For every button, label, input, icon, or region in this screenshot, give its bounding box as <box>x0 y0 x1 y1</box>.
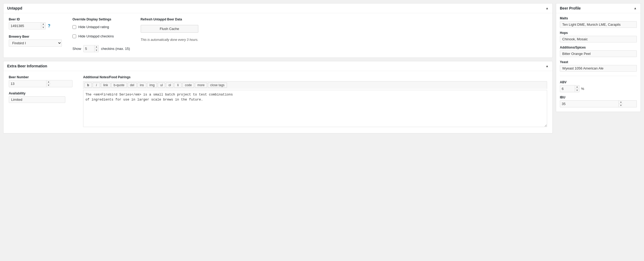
additions-label: Additions/Spices <box>560 46 637 49</box>
beer-number-input[interactable] <box>9 81 46 87</box>
abv-down[interactable]: ▼ <box>575 89 579 92</box>
malts-label: Malts <box>560 16 637 20</box>
beer-number-down[interactable]: ▼ <box>46 84 51 87</box>
beer-id-down[interactable]: ▼ <box>41 26 45 29</box>
hide-rating-checkbox[interactable] <box>72 25 76 29</box>
flush-cache-button[interactable]: Flush Cache <box>141 25 198 33</box>
editor-btn-del[interactable]: del <box>128 82 137 88</box>
untappd-right-col: Refresh Untappd Beer Data Flush Cache Th… <box>141 18 198 42</box>
abv-input[interactable] <box>560 86 575 92</box>
editor-btn-ol[interactable]: ol <box>166 82 173 88</box>
ibu-label: IBU <box>560 95 637 99</box>
untappd-collapse-arrow[interactable]: ▲ <box>546 6 549 10</box>
beer-number-group: Beer Number ▲ ▼ <box>9 75 72 87</box>
extra-beer-panel: Extra Beer Information ▲ Beer Number ▲ ▼ <box>3 61 553 133</box>
beer-number-spinner[interactable]: ▲ ▼ <box>9 80 72 87</box>
editor-btn-more[interactable]: more <box>195 82 207 88</box>
notes-label: Additional Notes/Food Pairings <box>83 75 547 79</box>
editor-btn-code[interactable]: code <box>182 82 194 88</box>
hide-checkins-checkbox[interactable] <box>72 34 76 38</box>
beer-id-spinner[interactable]: ▲ ▼ <box>9 22 46 29</box>
show-number-input[interactable] <box>84 46 94 52</box>
show-spinner-buttons: ▲ ▼ <box>94 45 99 52</box>
sidebar-column: Beer Profile ▲ Malts Hops Additions/Spic… <box>556 3 641 258</box>
ibu-input[interactable] <box>560 101 619 107</box>
beer-id-label: Beer ID <box>9 18 62 21</box>
editor-btn-close-tags[interactable]: close tags <box>208 82 227 88</box>
beer-profile-panel: Beer Profile ▲ Malts Hops Additions/Spic… <box>556 3 641 112</box>
editor-btn-bquote[interactable]: b-quote <box>111 82 127 88</box>
abv-spinner[interactable]: ▲ ▼ <box>560 85 579 92</box>
beer-profile-panel-title: Beer Profile <box>560 6 581 10</box>
beer-profile-panel-body: Malts Hops Additions/Spices Yeast ABV <box>556 13 641 112</box>
show-checkins-row: Show ▲ ▼ checkins (max. 15) <box>72 45 130 52</box>
ibu-spinner-buttons: ▲ ▼ <box>619 101 623 107</box>
availability-input[interactable] <box>9 96 65 103</box>
notes-textarea[interactable]: The <em>Firebird Series</em> is a small … <box>83 90 547 127</box>
beer-id-up[interactable]: ▲ <box>41 23 45 26</box>
show-suffix: checkins (max. 15) <box>101 47 130 51</box>
refresh-label: Refresh Untappd Beer Data <box>141 18 198 21</box>
auto-note: This is automatically done every 3 hours… <box>141 38 198 42</box>
profile-divider <box>560 76 637 76</box>
abv-row: ▲ ▼ % <box>560 85 637 92</box>
show-up[interactable]: ▲ <box>95 45 99 49</box>
hide-checkins-row: Hide Untappd checkins <box>72 34 130 38</box>
show-spinner[interactable]: ▲ ▼ <box>83 45 99 52</box>
availability-group: Availability <box>9 92 72 103</box>
malts-input[interactable] <box>560 21 637 28</box>
beer-id-group: Beer ID ▲ ▼ ? <box>9 18 62 29</box>
extra-beer-left: Beer Number ▲ ▼ Availability <box>9 75 72 128</box>
extra-beer-panel-title: Extra Beer Information <box>7 64 47 68</box>
beer-id-spinner-buttons: ▲ ▼ <box>41 23 45 29</box>
editor-btn-ul[interactable]: ul <box>158 82 165 88</box>
hops-label: Hops <box>560 31 637 35</box>
untappd-middle-col: Override Display Settings Hide Untappd r… <box>72 18 130 52</box>
ibu-field: IBU ▲ ▼ <box>560 95 637 107</box>
yeast-input[interactable] <box>560 65 637 72</box>
extra-beer-right: Additional Notes/Food Pairings b i link … <box>83 75 547 128</box>
hide-rating-label: Hide Untappd rating <box>78 25 109 29</box>
beer-profile-panel-header: Beer Profile ▲ <box>556 3 641 13</box>
abv-field: ABV ▲ ▼ % <box>560 80 637 92</box>
beer-number-spinner-buttons: ▲ ▼ <box>46 80 51 87</box>
extra-beer-panel-body: Beer Number ▲ ▼ Availability Addi <box>3 71 552 133</box>
beer-id-input[interactable] <box>9 23 41 29</box>
extra-beer-collapse-arrow[interactable]: ▲ <box>546 64 549 68</box>
hops-field: Hops <box>560 31 637 42</box>
brewery-beer-select[interactable]: Firebird I <box>9 40 62 47</box>
malts-field: Malts <box>560 16 637 28</box>
abv-percent: % <box>581 87 584 91</box>
ibu-down[interactable]: ▼ <box>619 104 623 107</box>
beer-number-up[interactable]: ▲ <box>46 80 51 84</box>
hide-rating-row: Hide Untappd rating <box>72 25 130 29</box>
untappd-left-col: Beer ID ▲ ▼ ? Brewery Beer <box>9 18 62 49</box>
editor-btn-i[interactable]: i <box>93 82 100 88</box>
brewery-beer-label: Brewery Beer <box>9 35 62 38</box>
show-down[interactable]: ▼ <box>95 49 99 52</box>
untappd-panel-title: Untappd <box>7 6 22 10</box>
additions-input[interactable] <box>560 50 637 57</box>
show-label: Show <box>72 47 81 51</box>
hops-input[interactable] <box>560 36 637 42</box>
yeast-field: Yeast <box>560 60 637 72</box>
untappd-panel-body: Beer ID ▲ ▼ ? Brewery Beer <box>3 13 552 58</box>
override-label: Override Display Settings <box>72 18 130 21</box>
abv-up[interactable]: ▲ <box>575 85 579 89</box>
brewery-beer-group: Brewery Beer Firebird I <box>9 35 62 47</box>
beer-id-help-link[interactable]: ? <box>48 24 50 28</box>
beer-profile-collapse-arrow[interactable]: ▲ <box>634 6 637 10</box>
editor-btn-ins[interactable]: ins <box>138 82 146 88</box>
editor-btn-b[interactable]: b <box>84 82 92 88</box>
main-column: Untappd ▲ Beer ID ▲ ▼ ? <box>3 3 553 258</box>
ibu-spinner[interactable]: ▲ ▼ <box>560 100 637 107</box>
additions-field: Additions/Spices <box>560 46 637 57</box>
beer-id-row: ▲ ▼ ? <box>9 22 62 29</box>
availability-label: Availability <box>9 92 72 95</box>
editor-toolbar: b i link b-quote del ins img ul ol li co… <box>83 81 547 89</box>
abv-spinner-buttons: ▲ ▼ <box>575 85 579 92</box>
editor-btn-li[interactable]: li <box>174 82 182 88</box>
ibu-up[interactable]: ▲ <box>619 101 623 104</box>
editor-btn-img[interactable]: img <box>147 82 157 88</box>
editor-btn-link[interactable]: link <box>101 82 110 88</box>
